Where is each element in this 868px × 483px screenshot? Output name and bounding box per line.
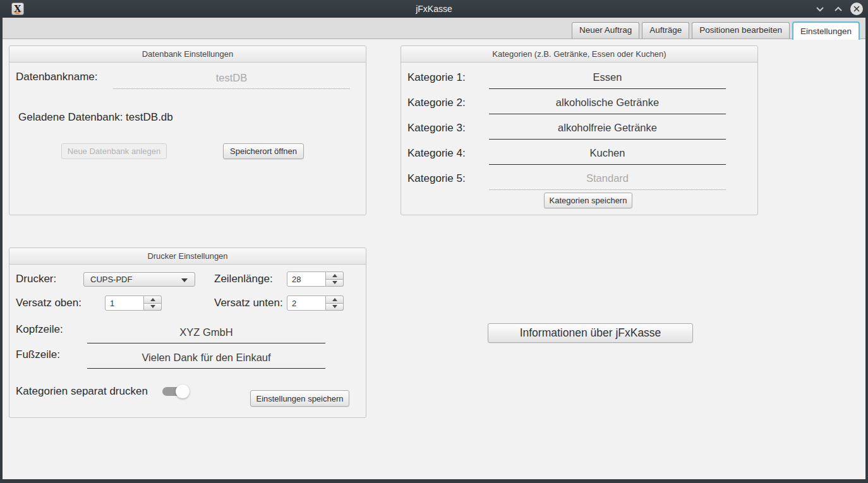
new-database-button[interactable]: Neue Datenbank anlegen — [61, 143, 167, 159]
settings-page: Datenbank Einstellungen Datenbankname: t… — [3, 39, 865, 479]
category-2-label: Kategorie 2: — [407, 97, 466, 109]
line-length-spinner: 28 — [287, 271, 344, 287]
category-2-input[interactable]: alkoholische Getränke — [489, 92, 726, 114]
line-length-up-button[interactable] — [326, 271, 344, 280]
category-3-label: Kategorie 3: — [407, 122, 466, 134]
minimize-button[interactable] — [814, 3, 826, 15]
line-length-down-button[interactable] — [326, 280, 344, 287]
offset-top-label: Versatz oben: — [16, 297, 81, 309]
printer-pane-title: Drucker Einstellungen — [9, 248, 366, 265]
printer-settings-pane: Drucker Einstellungen Drucker: CUPS-PDF … — [9, 247, 366, 418]
offset-bottom-spinner: 2 — [287, 295, 344, 311]
tab-auftraege[interactable]: Aufträge — [642, 22, 689, 39]
offset-bottom-up-button[interactable] — [326, 295, 344, 304]
database-name-input[interactable]: testDB — [113, 68, 350, 89]
category-4-input[interactable]: Kuchen — [489, 142, 726, 165]
triangle-up-icon — [332, 274, 337, 277]
printer-select-value: CUPS-PDF — [90, 275, 132, 284]
header-line-label: Kopfzeile: — [16, 323, 63, 336]
chevron-down-icon — [181, 278, 188, 282]
circle-x-icon — [850, 3, 863, 15]
line-length-label: Zeilenlänge: — [214, 273, 273, 285]
tab-neuer-auftrag[interactable]: Neuer Auftrag — [572, 22, 639, 39]
header-line-input[interactable]: XYZ GmbH — [87, 322, 325, 343]
app-window: X jFxKasse Neuer Auftrag — [0, 0, 868, 483]
offset-top-value[interactable]: 1 — [105, 295, 144, 311]
category-4-label: Kategorie 4: — [407, 147, 466, 160]
category-1-input[interactable]: Essen — [489, 66, 726, 89]
window-content: Neuer Auftrag Aufträge Positionen bearbe… — [3, 18, 865, 479]
tab-einstellungen[interactable]: Einstellungen — [792, 21, 860, 40]
maximize-button[interactable] — [832, 3, 845, 15]
footer-line-input[interactable]: Vielen Dank für den Einkauf — [87, 347, 325, 369]
database-pane-title: Datenbank Einstellungen — [9, 46, 366, 63]
triangle-up-icon — [332, 298, 337, 301]
category-5-label: Kategorie 5: — [407, 172, 466, 185]
loaded-database-text: Geladene Datenbank: testDB.db — [18, 111, 173, 124]
toggle-thumb — [176, 385, 190, 398]
offset-bottom-value[interactable]: 2 — [287, 295, 326, 311]
window-controls — [814, 0, 863, 18]
category-3-input[interactable]: alkoholfreie Getränke — [489, 117, 726, 140]
categories-pane: Kategorien (z.B. Getränke, Essen oder Ku… — [401, 45, 758, 215]
titlebar: X jFxKasse — [0, 0, 868, 18]
save-categories-button[interactable]: Kategorien speichern — [544, 193, 632, 208]
tab-positionen-bearbeiten[interactable]: Positionen bearbeiten — [692, 22, 790, 39]
triangle-down-icon — [332, 305, 337, 308]
line-length-value[interactable]: 28 — [287, 271, 326, 287]
database-name-label: Datenbankname: — [16, 71, 97, 83]
offset-bottom-label: Versatz unten: — [214, 297, 283, 309]
save-settings-button[interactable]: Einstellungen speichern — [250, 390, 349, 407]
category-1-label: Kategorie 1: — [407, 71, 466, 84]
open-location-button[interactable]: Speicherort öffnen — [223, 143, 304, 159]
triangle-down-icon — [150, 305, 155, 308]
chevron-down-icon — [816, 3, 824, 15]
chevron-up-icon — [834, 3, 843, 15]
printer-label: Drucker: — [16, 273, 56, 285]
printer-select[interactable]: CUPS-PDF — [83, 272, 195, 287]
info-about-button[interactable]: Informationen über jFxKasse — [488, 323, 693, 343]
window-title: jFxKasse — [0, 0, 868, 18]
separate-print-toggle[interactable] — [162, 387, 188, 396]
database-settings-pane: Datenbank Einstellungen Datenbankname: t… — [9, 45, 366, 215]
offset-top-spinner: 1 — [105, 295, 162, 311]
category-5-input[interactable]: Standard — [489, 167, 726, 190]
offset-top-down-button[interactable] — [144, 304, 162, 311]
separate-print-label: Kategorien separat drucken — [16, 385, 148, 398]
footer-line-label: Fußzeile: — [16, 349, 60, 361]
triangle-down-icon — [332, 281, 337, 284]
offset-top-up-button[interactable] — [144, 295, 162, 304]
offset-bottom-down-button[interactable] — [326, 304, 344, 311]
categories-pane-title: Kategorien (z.B. Getränke, Essen oder Ku… — [401, 46, 757, 63]
tab-bar: Neuer Auftrag Aufträge Positionen bearbe… — [3, 18, 865, 39]
close-button[interactable] — [850, 3, 863, 15]
triangle-up-icon — [150, 298, 155, 301]
